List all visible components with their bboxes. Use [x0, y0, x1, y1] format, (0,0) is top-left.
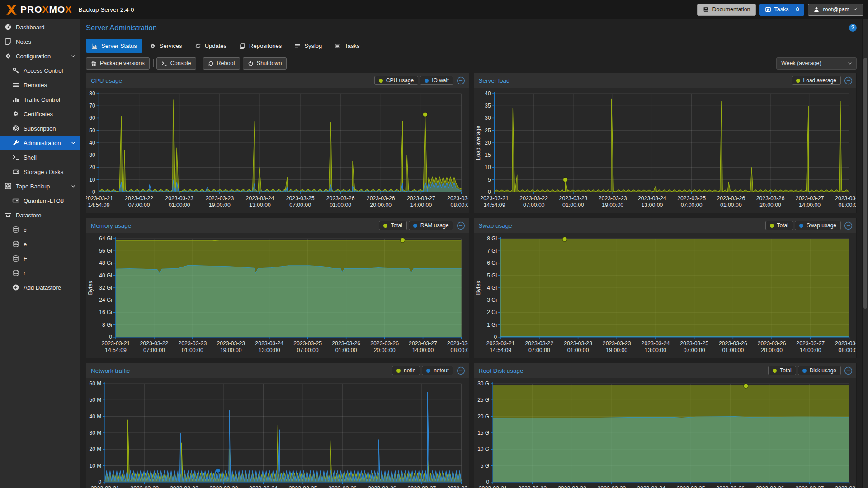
svg-text:2023-03-2620:00:00: 2023-03-2620:00:00 — [368, 485, 396, 488]
sidebar-item-quantum-lto8[interactable]: Quantum-LTO8 — [0, 193, 80, 208]
user-menu-button[interactable]: root@pam — [808, 4, 863, 16]
time-range-select[interactable]: Week (average) — [776, 57, 857, 70]
sidebar-item-label: Dashboard — [16, 24, 45, 31]
svg-text:2023-03-2808:00:00: 2023-03-2808:00:00 — [447, 195, 468, 208]
svg-text:48 Gi: 48 Gi — [99, 260, 112, 266]
network-chart: 60 M50 M40 M30 M20 M10 M02023-03-2114:54… — [86, 378, 468, 488]
reboot-icon — [208, 61, 214, 66]
sidebar-item-label: c — [24, 226, 27, 233]
sidebar: DashboardNotesConfigurationAccess Contro… — [0, 19, 80, 488]
svg-text:Load average: Load average — [475, 126, 481, 160]
sidebar-item-traffic-control[interactable]: Traffic Control — [0, 92, 80, 107]
legend-load-0[interactable]: Load average — [792, 76, 841, 85]
plus-circle-icon — [12, 284, 19, 291]
sidebar-item-datastore[interactable]: Datastore — [0, 208, 80, 222]
legend-dot — [773, 369, 777, 373]
scrollbar-thumb[interactable] — [863, 58, 867, 309]
tab-repositories[interactable]: Repositories — [234, 39, 287, 53]
tab-services[interactable]: Services — [144, 39, 188, 53]
tab-syslog[interactable]: Syslog — [289, 39, 327, 53]
collapse-panel-icon[interactable] — [844, 221, 853, 230]
svg-text:2023-03-2601:00:00: 2023-03-2601:00:00 — [717, 195, 745, 208]
chart-bars-icon — [12, 96, 19, 103]
console-button[interactable]: Console — [156, 57, 196, 70]
chevron-down-icon — [71, 140, 76, 145]
user-label: root@pam — [823, 6, 849, 13]
svg-text:2023-03-2319:00:00: 2023-03-2319:00:00 — [602, 340, 631, 353]
sidebar-item-c[interactable]: c — [0, 222, 80, 237]
documentation-button[interactable]: Documentation — [697, 4, 755, 16]
sidebar-item-shell[interactable]: Shell — [0, 150, 80, 164]
sidebar-item-f[interactable]: F — [0, 251, 80, 266]
legend-swap-0[interactable]: Total — [765, 221, 793, 230]
legend-rootdisk-1[interactable]: Disk usage — [798, 366, 841, 375]
svg-text:2023-03-2620:00:00: 2023-03-2620:00:00 — [370, 340, 399, 353]
sidebar-item-tape-backup[interactable]: Tape Backup — [0, 179, 80, 193]
sidebar-item-dashboard[interactable]: Dashboard — [0, 20, 80, 34]
tab-updates[interactable]: Updates — [189, 39, 232, 53]
svg-text:2023-03-2114:54:09: 2023-03-2114:54:09 — [86, 195, 113, 208]
terminal-icon — [161, 61, 167, 66]
legend-memory-1[interactable]: RAM usage — [409, 221, 453, 230]
sidebar-item-storage-disks[interactable]: Storage / Disks — [0, 164, 80, 179]
legend-cpu-1[interactable]: IO wait — [420, 76, 453, 85]
sidebar-item-e[interactable]: e — [0, 237, 80, 251]
svg-text:20 M: 20 M — [90, 446, 102, 452]
collapse-panel-icon[interactable] — [457, 366, 465, 375]
sidebar-item-label: Certificates — [24, 111, 53, 117]
sidebar-item-configuration[interactable]: Configuration — [0, 49, 80, 63]
tab-tasks[interactable]: Tasks — [329, 39, 365, 53]
proxmox-x-icon — [5, 4, 18, 16]
svg-text:2023-03-2114:54:09: 2023-03-2114:54:09 — [486, 340, 514, 353]
collapse-panel-icon[interactable] — [457, 76, 465, 85]
svg-text:15: 15 — [485, 152, 491, 158]
legend-cpu-0[interactable]: CPU usage — [374, 76, 418, 85]
collapse-panel-icon[interactable] — [844, 76, 853, 85]
tab-label: Repositories — [249, 42, 282, 49]
svg-text:20 G: 20 G — [477, 413, 489, 420]
sidebar-item-notes[interactable]: Notes — [0, 34, 80, 49]
svg-text:2023-03-2207:00:00: 2023-03-2207:00:00 — [525, 340, 553, 353]
toolbar-button-label: Console — [170, 60, 191, 66]
legend-memory-0[interactable]: Total — [379, 221, 406, 230]
sidebar-item-certificates[interactable]: Certificates — [0, 107, 80, 121]
svg-text:10 G: 10 G — [477, 446, 489, 452]
package-versions-button[interactable]: Package versions — [86, 57, 150, 70]
gear-icon — [150, 43, 156, 49]
tab-server-status[interactable]: Server Status — [86, 39, 142, 53]
sidebar-item-add-datastore[interactable]: Add Datastore — [0, 280, 80, 295]
svg-text:40 M: 40 M — [90, 413, 102, 420]
svg-text:50 M: 50 M — [90, 397, 102, 403]
collapse-panel-icon[interactable] — [457, 221, 465, 230]
sidebar-item-label: Traffic Control — [24, 96, 60, 103]
shutdown-button[interactable]: Shutdown — [243, 57, 287, 70]
help-icon[interactable]: ? — [849, 24, 857, 32]
sidebar-item-administration[interactable]: Administration — [0, 136, 80, 150]
sidebar-item-remotes[interactable]: Remotes — [0, 78, 80, 92]
rootdisk-legend: TotalDisk usage — [768, 366, 841, 375]
proxmox-logo[interactable]: PROXMOX — [5, 4, 72, 16]
reboot-button[interactable]: Reboot — [203, 57, 240, 70]
legend-swap-1[interactable]: Swap usage — [795, 221, 841, 230]
legend-rootdisk-0[interactable]: Total — [768, 366, 796, 375]
sidebar-item-r[interactable]: r — [0, 266, 80, 280]
svg-text:20: 20 — [485, 140, 491, 146]
vertical-scrollbar[interactable] — [862, 19, 868, 488]
svg-text:0: 0 — [487, 189, 491, 195]
sidebar-item-subscription[interactable]: Subscription — [0, 121, 80, 136]
svg-text:2023-03-2507:00:00: 2023-03-2507:00:00 — [289, 485, 317, 488]
sidebar-item-access-control[interactable]: Access Control — [0, 63, 80, 78]
svg-text:2023-03-2413:00:00: 2023-03-2413:00:00 — [249, 485, 278, 488]
svg-text:2023-03-2301:00:00: 2023-03-2301:00:00 — [564, 340, 592, 353]
legend-network-0[interactable]: netin — [392, 366, 420, 375]
collapse-panel-icon[interactable] — [844, 366, 853, 375]
svg-text:2023-03-2319:00:00: 2023-03-2319:00:00 — [205, 195, 234, 208]
tasks-button[interactable]: Tasks 0 — [760, 4, 805, 16]
tape-icon — [5, 183, 12, 190]
rootdisk-panel-title: Root Disk usage — [479, 367, 524, 374]
disks-icon — [12, 168, 19, 175]
legend-network-1[interactable]: netout — [422, 366, 453, 375]
charts-grid: CPU usageCPU usageIO wait807060504030201… — [86, 73, 857, 488]
main-area: DashboardNotesConfigurationAccess Contro… — [0, 19, 868, 488]
toolbar: Package versionsConsoleRebootShutdownWee… — [86, 57, 857, 70]
